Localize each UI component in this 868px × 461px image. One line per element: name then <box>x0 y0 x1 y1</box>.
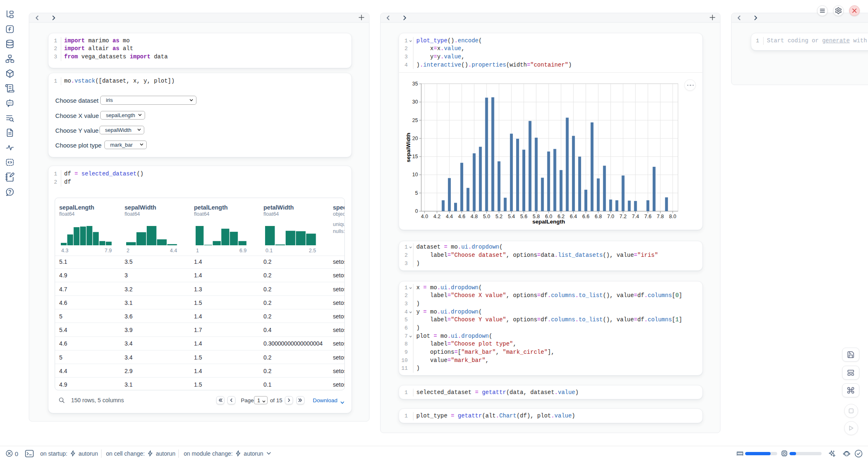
svg-text:5.6: 5.6 <box>520 214 527 219</box>
svg-text:15: 15 <box>412 154 418 159</box>
svg-text:7.2: 7.2 <box>619 214 626 219</box>
svg-text:4.0: 4.0 <box>421 214 428 219</box>
svg-text:5.2: 5.2 <box>495 214 502 219</box>
svg-text:6.6: 6.6 <box>582 214 589 219</box>
svg-text:5.0: 5.0 <box>483 214 490 219</box>
svg-text:5: 5 <box>415 190 418 196</box>
svg-text:7.6: 7.6 <box>644 214 651 219</box>
svg-text:4.6: 4.6 <box>458 214 465 219</box>
svg-text:0: 0 <box>415 208 418 214</box>
svg-text:4.4: 4.4 <box>446 214 453 219</box>
svg-text:7.8: 7.8 <box>657 214 664 219</box>
svg-text:sepalLength: sepalLength <box>532 219 565 225</box>
svg-text:10: 10 <box>412 172 418 177</box>
svg-text:20: 20 <box>412 136 418 141</box>
svg-text:4.2: 4.2 <box>433 214 440 219</box>
svg-text:5.4: 5.4 <box>508 214 515 219</box>
svg-text:8.0: 8.0 <box>669 214 676 219</box>
svg-text:30: 30 <box>412 99 418 105</box>
svg-text:4.8: 4.8 <box>471 214 478 219</box>
svg-text:7.0: 7.0 <box>607 214 614 219</box>
svg-text:6.4: 6.4 <box>570 214 577 219</box>
svg-text:7.4: 7.4 <box>632 214 639 219</box>
svg-text:6.8: 6.8 <box>595 214 602 219</box>
svg-text:35: 35 <box>412 81 418 87</box>
svg-text:25: 25 <box>412 118 418 123</box>
svg-text:sepalWidth: sepalWidth <box>405 133 411 162</box>
